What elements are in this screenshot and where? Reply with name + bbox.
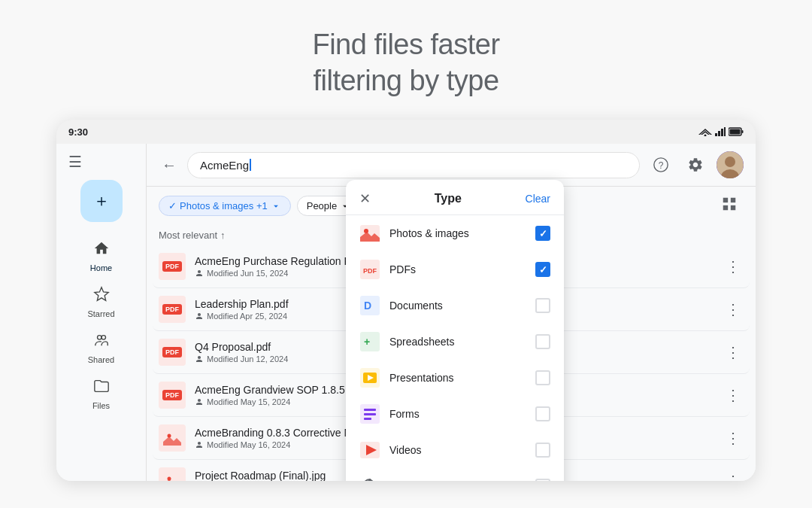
person-icon [195, 397, 204, 406]
videos-checkbox[interactable] [535, 443, 550, 458]
star-icon [93, 286, 110, 307]
type-dropdown: ✕ Type Clear Photos & images [346, 180, 564, 481]
search-value: AcmeEng [200, 159, 249, 172]
hero-title: Find files faster filtering by type [312, 27, 499, 99]
grid-icon [721, 196, 738, 212]
file-icon-img [159, 467, 186, 481]
forms-icon [359, 403, 380, 424]
type-item-presentations[interactable]: Presentations [346, 360, 564, 396]
svg-text:+: + [364, 336, 370, 348]
sidebar-item-shared[interactable]: Shared [56, 326, 146, 370]
slides-icon [359, 367, 380, 388]
hero-line2: filtering by type [313, 65, 498, 96]
file-menu-button[interactable]: ⋮ [723, 383, 744, 407]
docs-checkbox[interactable] [535, 298, 550, 313]
sidebar-item-starred[interactable]: Starred [56, 280, 146, 324]
dropdown-header: ✕ Type Clear [346, 180, 564, 215]
sidebar-item-home[interactable]: Home [56, 234, 146, 278]
chip-check-icon: ✓ [168, 200, 177, 211]
chip-photos-label: Photos & images +1 [180, 200, 268, 211]
svg-rect-20 [731, 205, 735, 210]
type-item-documents[interactable]: D Documents [346, 287, 564, 324]
forms-checkbox[interactable] [535, 406, 550, 421]
person-icon [195, 440, 204, 449]
svg-rect-40 [364, 409, 376, 411]
type-photos-label: Photos & images [389, 227, 526, 239]
svg-rect-3 [715, 133, 717, 136]
fab-button[interactable]: ＋ [80, 180, 123, 222]
dropdown-close-button[interactable]: ✕ [359, 190, 371, 207]
svg-rect-8 [742, 130, 744, 133]
chip-people-label: People [307, 200, 337, 211]
sort-label: Most relevant [159, 230, 217, 241]
type-slides-label: Presentations [389, 372, 526, 384]
type-pdfs-label: PDFs [389, 263, 526, 275]
person-icon [195, 269, 204, 278]
chevron-down-icon [271, 201, 281, 211]
svg-rect-24 [163, 473, 181, 481]
file-menu-button[interactable]: ⋮ [723, 426, 744, 450]
svg-rect-17 [723, 198, 728, 202]
svg-point-10 [97, 336, 102, 340]
files-label: Files [92, 401, 110, 410]
sheets-checkbox[interactable] [535, 334, 550, 349]
type-item-shortcuts[interactable]: Shortcuts [346, 468, 564, 481]
dropdown-title: Type [435, 192, 462, 205]
pdfs-checkbox[interactable] [535, 262, 550, 277]
svg-point-11 [102, 336, 106, 340]
file-menu-button[interactable]: ⋮ [723, 297, 744, 321]
type-shortcuts-label: Shortcuts [389, 480, 526, 481]
menu-icon[interactable]: ☰ [56, 153, 82, 171]
type-item-videos[interactable]: Videos [346, 432, 564, 468]
shortcuts-checkbox[interactable] [535, 479, 550, 481]
svg-rect-5 [721, 129, 723, 136]
svg-point-2 [704, 135, 707, 137]
help-button[interactable]: ? [647, 151, 674, 178]
sidebar-item-files[interactable]: Files [56, 372, 146, 416]
file-icon-img [159, 424, 186, 452]
shared-label: Shared [88, 355, 114, 364]
dropdown-clear-button[interactable]: Clear [526, 193, 550, 205]
svg-rect-19 [723, 205, 728, 210]
file-icon-pdf: PDF [159, 296, 186, 323]
svg-rect-41 [364, 413, 376, 415]
signal-icon [715, 127, 726, 136]
grid-view-button[interactable] [715, 193, 744, 219]
svg-text:PDF: PDF [363, 267, 377, 275]
settings-button[interactable] [682, 151, 709, 178]
photos-icon [359, 223, 380, 244]
type-docs-label: Documents [389, 300, 526, 312]
svg-rect-42 [364, 418, 371, 420]
sidebar: ☰ ＋ Home Starred [56, 144, 147, 481]
svg-rect-6 [724, 127, 726, 136]
type-item-pdfs[interactable]: PDF PDFs [346, 251, 564, 287]
pdf-icon: PDF [359, 259, 380, 280]
settings-icon [687, 157, 704, 173]
back-button[interactable]: ← [159, 154, 180, 177]
app-area: ☰ ＋ Home Starred [56, 144, 756, 481]
file-menu-button[interactable]: ⋮ [723, 340, 744, 364]
type-sheets-label: Spreadsheets [389, 336, 526, 348]
type-item-photos[interactable]: Photos & images [346, 215, 564, 251]
status-bar: 9:30 [56, 120, 756, 144]
status-time: 9:30 [68, 126, 88, 138]
type-item-forms[interactable]: Forms [346, 396, 564, 432]
slides-checkbox[interactable] [535, 370, 550, 385]
search-box[interactable]: AcmeEng [187, 152, 640, 178]
file-menu-button[interactable]: ⋮ [723, 254, 744, 278]
avatar[interactable] [717, 151, 744, 178]
file-icon-pdf: PDF [159, 382, 186, 409]
photos-checkbox[interactable] [535, 226, 550, 241]
type-item-spreadsheets[interactable]: + Spreadsheets [346, 324, 564, 360]
starred-label: Starred [87, 309, 114, 318]
type-videos-label: Videos [389, 444, 526, 456]
help-icon: ? [653, 157, 669, 173]
svg-rect-4 [718, 131, 720, 136]
file-menu-button[interactable]: ⋮ [723, 469, 744, 481]
svg-point-15 [725, 157, 735, 167]
shortcuts-icon [359, 476, 380, 481]
image-file-icon [163, 473, 181, 481]
chip-photos[interactable]: ✓ Photos & images +1 [159, 196, 291, 216]
hero-line1: Find files faster [312, 29, 499, 60]
svg-rect-18 [731, 198, 735, 202]
